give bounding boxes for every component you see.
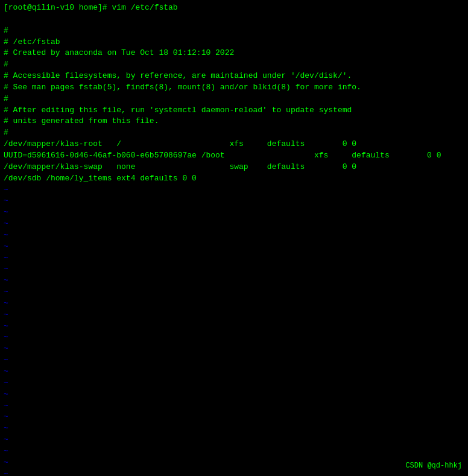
fstab-sdb-line: /dev/sdb /home/ly_items ext4 defaults 0 …: [4, 173, 464, 185]
tilde-17: ~: [4, 366, 464, 378]
tilde-12: ~: [4, 309, 464, 321]
tilde-3: ~: [4, 207, 464, 218]
fstab-root-line: /dev/mapper/klas-root / xfs defaults 0 0: [4, 139, 464, 150]
tilde-5: ~: [4, 230, 464, 241]
tilde-15: ~: [4, 343, 464, 355]
watermark: CSDN @qd-hhkj: [405, 462, 462, 470]
tilde-20: ~: [4, 401, 464, 412]
tilde-21: ~: [4, 411, 464, 423]
tilde-14: ~: [4, 332, 464, 343]
tilde-23: ~: [4, 434, 464, 446]
tilde-2: ~: [4, 195, 464, 207]
tilde-11: ~: [4, 298, 464, 309]
tilde-24: ~: [4, 446, 464, 457]
header-command: [root@qilin-v10 home]# vim /etc/fstab: [4, 2, 464, 14]
tilde-1: ~: [4, 185, 464, 196]
tilde-9: ~: [4, 275, 464, 287]
tilde-13: ~: [4, 321, 464, 332]
tilde-19: ~: [4, 389, 464, 401]
tilde-4: ~: [4, 218, 464, 230]
tilde-6: ~: [4, 241, 464, 253]
terminal-window: [root@qilin-v10 home]# vim /etc/fstab # …: [0, 0, 468, 476]
tilde-26: ~: [4, 469, 464, 476]
fstab-uuid-line: UUID=d5961616-0d46-46af-b060-e6b5708697a…: [4, 150, 464, 162]
tilde-25: ~: [4, 457, 464, 469]
tilde-22: ~: [4, 423, 464, 434]
tilde-16: ~: [4, 355, 464, 366]
tilde-8: ~: [4, 264, 464, 275]
tilde-7: ~: [4, 253, 464, 264]
fstab-swap-line: /dev/mapper/klas-swap none swap defaults…: [4, 162, 464, 173]
tilde-10: ~: [4, 287, 464, 298]
tilde-18: ~: [4, 378, 464, 389]
